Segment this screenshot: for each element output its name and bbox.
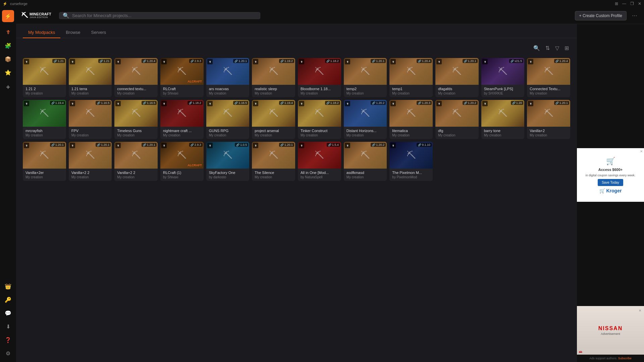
card-icon-4: 🗡	[161, 59, 167, 64]
card-version-badge-17: 🔗1.16.5	[233, 101, 248, 105]
modpack-card-20[interactable]: ⛏ 🗡 🔗1.20.2 Distant Horizons... My creat…	[344, 100, 387, 139]
modpack-card-6[interactable]: ⛏ 🗡 🔗1.19.2 realistic sleep My creation	[252, 58, 295, 97]
modpack-card-33[interactable]: ⛏ 🗡 🔗9.1.10 The Pixelmon M... by Pixelmo…	[389, 142, 433, 181]
card-author-4: by Shivaxi	[163, 92, 201, 95]
search-input[interactable]	[72, 13, 257, 18]
card-version-badge-33: 🔗9.1.10	[417, 143, 432, 147]
modpack-card-8[interactable]: ⛏ 🗡 🔗1.20.1 temp2 My creation	[344, 58, 387, 97]
sidebar-add-icon[interactable]: +	[2, 81, 14, 93]
modpack-card-2[interactable]: ⛏ 🗡 🔗1.21 1.21 terra My creation	[69, 58, 112, 97]
kroger-logo: 🛒 Kroger	[599, 188, 622, 193]
card-author-22: My creation	[438, 133, 476, 137]
card-name-16: nightmare craft ...	[163, 129, 201, 133]
modpack-card-18[interactable]: ⛏ 🗡 🔗1.19.4 project arsenal My creation	[252, 100, 295, 139]
modpack-card-31[interactable]: ⛏ 🗡 🔗1.5.4 All in One [Mod... by NaturaS…	[298, 142, 341, 181]
modpack-card-15[interactable]: ⛏ 🗡 🔗1.16.5 Timeless Guns My creation	[114, 100, 158, 139]
card-icon-1: 🗡	[24, 59, 29, 64]
sidebar-featured-icon[interactable]: ⭐	[2, 66, 14, 78]
card-icon-18: 🗡	[253, 101, 258, 106]
card-version-badge-22: 🔗1.20.2	[463, 101, 478, 105]
modpack-card-19[interactable]: ⛏ 🗡 🔗1.18.2 Tinker Construct My creation	[298, 100, 341, 139]
card-icon-6: 🗡	[253, 59, 258, 64]
modpack-card-17[interactable]: ⛏ 🗡 🔗1.16.5 GUNS RPG My creation	[206, 100, 250, 139]
card-info-16: nightmare craft ... My creation	[160, 127, 204, 139]
card-info-20: Distant Horizons... My creation	[344, 127, 387, 139]
sidebar-home-icon[interactable]: ⚡	[2, 10, 14, 22]
sidebar-help-icon[interactable]: ❓	[2, 334, 14, 346]
card-info-14: FPV My creation	[69, 127, 112, 139]
sidebar-login-icon[interactable]: 🔑	[2, 294, 14, 306]
card-author-17: My creation	[209, 133, 247, 137]
tab-my-modpacks[interactable]: My Modpacks	[23, 27, 60, 38]
modpack-card-28[interactable]: ⛏ 🗡 🔗2.9.3 ALCRAFT RLCraft (1) by Shivax…	[160, 142, 204, 181]
sidebar-minecraft-icon[interactable]: 🗡	[2, 26, 14, 38]
sidebar-browse-icon[interactable]: 🧩	[2, 40, 14, 52]
view-toolbar-btn[interactable]: ⊞	[563, 44, 570, 53]
modpack-card-26[interactable]: ⛏ 🗡 🔗1.20.1 Vanilla+2 2 My creation	[69, 142, 112, 181]
ad-close-btn[interactable]: ✕	[640, 149, 643, 153]
card-version-badge-2: 🔗1.21	[98, 59, 111, 63]
titlebar: ⚡ curseforge ⊞ — ❐ ✕	[0, 0, 644, 7]
modpack-card-11[interactable]: ⛏ 🗡 🔗v21.5 SteamPunk [LPS] by SHXRKIE	[481, 58, 525, 97]
modpack-card-4[interactable]: ⛏ 🗡 🔗2.9.3 ALCRAFT RLCraft by Shivaxi	[160, 58, 204, 97]
kroger-save-btn[interactable]: Save Today	[598, 179, 623, 186]
modpack-card-10[interactable]: ⛏ 🗡 🔗1.20.1 dfagafds My creation	[435, 58, 479, 97]
modpack-card-9[interactable]: ⛏ 🗡 🔗1.20.4 temp1 My creation	[389, 58, 433, 97]
tab-servers[interactable]: Servers	[86, 27, 112, 38]
card-name-5: ars noacvas	[209, 87, 247, 91]
card-name-25: Vanilla+2er	[25, 171, 63, 175]
tab-browse[interactable]: Browse	[60, 27, 86, 38]
close-btn[interactable]: ✕	[638, 1, 641, 6]
modpack-card-1[interactable]: ⛏ 🗡 🔗1.21 1.21 2 My creation	[23, 58, 66, 97]
create-profile-btn[interactable]: + Create Custom Profile	[575, 11, 627, 20]
sidebar-download-icon[interactable]: ⬇	[2, 320, 14, 333]
sidebar-discord-icon[interactable]: 💬	[2, 307, 14, 319]
sidebar-settings-icon[interactable]: ⚙	[2, 347, 14, 359]
modpack-card-22[interactable]: ⛏ 🗡 🔗1.20.2 dfg My creation	[435, 100, 479, 139]
sidebar-crown-icon[interactable]: 👑	[2, 280, 14, 292]
restore-btn[interactable]: ❐	[630, 1, 634, 6]
card-author-3: My creation	[117, 92, 155, 95]
modpack-card-24[interactable]: ⛏ 🗡 🔗1.20.1 Vanilla+2 My creation	[527, 100, 570, 139]
card-version-badge-19: 🔗1.18.2	[325, 101, 340, 105]
card-info-25: Vanilla+2er My creation	[23, 169, 66, 181]
card-info-22: dfg My creation	[435, 127, 479, 139]
card-info-27: Vanilla+2 2 My creation	[114, 169, 158, 181]
topbar-right: + Create Custom Profile ⋯	[575, 11, 639, 20]
filter-toolbar-btn[interactable]: ▽	[554, 44, 560, 53]
card-info-10: dfagafds My creation	[435, 85, 479, 97]
card-version-badge-21: 🔗1.20.3	[417, 101, 432, 105]
topbar-more-btn[interactable]: ⋯	[631, 11, 639, 20]
subscribe-link[interactable]: Subscribe	[618, 357, 632, 360]
card-icon-2: 🗡	[70, 59, 75, 64]
modpack-card-32[interactable]: ⛏ 🗡 🔗1.20.2 asdfkmasd My creation	[344, 142, 387, 181]
modpack-card-12[interactable]: ⛏ 🗡 🔗1.20.4 Connected Textu... My creati…	[527, 58, 570, 97]
ads-support-text: Ads support authors.	[589, 357, 617, 360]
modpack-card-3[interactable]: ⛏ 🗡 🔗1.20.4 connected textu... My creati…	[114, 58, 158, 97]
search-bar[interactable]: 🔍	[59, 12, 260, 19]
minimize-btn[interactable]: —	[622, 1, 626, 6]
card-name-20: Distant Horizons...	[346, 129, 384, 133]
modpack-card-21[interactable]: ⛏ 🗡 🔗1.20.3 litematica My creation	[389, 100, 433, 139]
modpack-card-29[interactable]: ⛏ 🗡 🔗1.0.5 SkyFactory One by darkosto	[206, 142, 250, 181]
sidebar-category-icon[interactable]: 📦	[2, 53, 14, 65]
modpack-card-16[interactable]: ⛏ 🗡 🔗1.18.2 nightmare craft ... My creat…	[160, 100, 204, 139]
card-version-badge-10: 🔗1.20.1	[463, 59, 478, 63]
modpack-card-25[interactable]: ⛏ 🗡 🔗1.20.1 Vanilla+2er My creation	[23, 142, 66, 181]
ads-footer: Ads support authors. Subscribe	[577, 355, 644, 362]
card-version-badge-6: 🔗1.19.2	[279, 59, 294, 63]
modpack-card-5[interactable]: ⛏ 🗡 🔗1.20.1 ars noacvas My creation	[206, 58, 250, 97]
card-version-badge-23: 🔗1.20	[511, 101, 524, 105]
card-icon-8: 🗡	[345, 59, 350, 64]
modpack-card-7[interactable]: ⛏ 🗡 🔗1.18.2 Bloodborne 1.18... My creati…	[298, 58, 341, 97]
modpack-card-13[interactable]: ⛏ 🗡 🔗1.19.4 mrcrayfish My creation	[23, 100, 66, 139]
sort-toolbar-btn[interactable]: ⇅	[544, 44, 551, 53]
modpack-card-27[interactable]: ⛏ 🗡 🔗1.20.1 Vanilla+2 2 My creation	[114, 142, 158, 181]
right-ads-panel: ✕ 🛒 Access $600+ in digital coupon savin…	[577, 24, 644, 362]
modpack-card-23[interactable]: ⛏ 🗡 🔗1.20 barry tone My creation	[481, 100, 525, 139]
grid-view-btn[interactable]: ⊞	[615, 1, 618, 6]
card-author-31: by NaturaSpell	[301, 175, 338, 179]
search-toolbar-btn[interactable]: 🔍	[532, 44, 541, 53]
modpack-card-30[interactable]: ⛏ 🗡 🔗1.20.1 The Silence My creation	[252, 142, 295, 181]
modpack-card-14[interactable]: ⛏ 🗡 🔗1.16.5 FPV My creation	[69, 100, 112, 139]
